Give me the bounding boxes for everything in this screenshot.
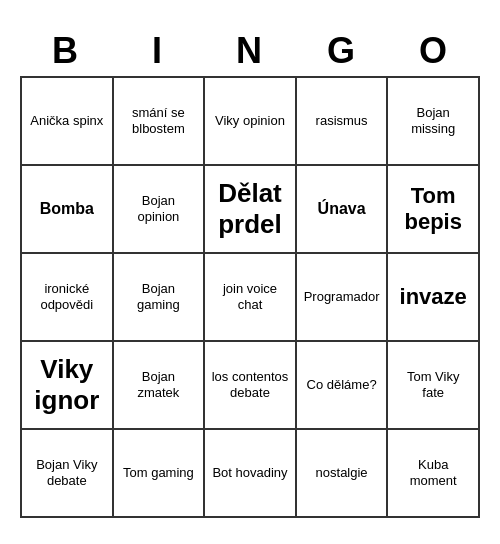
bingo-cell-text-0: Anička spinx xyxy=(30,113,103,129)
bingo-cell-text-1: smání se blbostem xyxy=(120,105,198,136)
bingo-cell-0[interactable]: Anička spinx xyxy=(22,78,114,166)
bingo-cell-text-3: rasismus xyxy=(316,113,368,129)
bingo-cell-7[interactable]: Dělat prdel xyxy=(205,166,297,254)
header-i: I xyxy=(112,26,204,76)
bingo-cell-text-4: Bojan missing xyxy=(394,105,472,136)
bingo-cell-text-23: nostalgie xyxy=(316,465,368,481)
bingo-cell-text-24: Kuba moment xyxy=(394,457,472,488)
bingo-cell-21[interactable]: Tom gaming xyxy=(114,430,206,518)
bingo-cell-text-5: Bomba xyxy=(40,199,94,218)
bingo-cell-text-13: Programador xyxy=(304,289,380,305)
bingo-cell-3[interactable]: rasismus xyxy=(297,78,389,166)
bingo-cell-18[interactable]: Co děláme? xyxy=(297,342,389,430)
bingo-cell-19[interactable]: Tom Viky fate xyxy=(388,342,480,430)
bingo-cell-text-12: join voice chat xyxy=(211,281,289,312)
header-b: B xyxy=(20,26,112,76)
bingo-cell-text-22: Bot hovadiny xyxy=(212,465,287,481)
bingo-grid: Anička spinxsmání se blbostemViky opinio… xyxy=(20,76,480,518)
bingo-cell-text-8: Únava xyxy=(318,199,366,218)
bingo-cell-text-11: Bojan gaming xyxy=(120,281,198,312)
bingo-cell-text-17: los contentos debate xyxy=(211,369,289,400)
header-o: O xyxy=(388,26,480,76)
bingo-cell-12[interactable]: join voice chat xyxy=(205,254,297,342)
bingo-cell-2[interactable]: Viky opinion xyxy=(205,78,297,166)
bingo-cell-20[interactable]: Bojan Viky debate xyxy=(22,430,114,518)
bingo-cell-17[interactable]: los contentos debate xyxy=(205,342,297,430)
header-g: G xyxy=(296,26,388,76)
bingo-card: B I N G O Anička spinxsmání se blbostemV… xyxy=(20,26,480,518)
bingo-cell-text-10: ironické odpovědi xyxy=(28,281,106,312)
bingo-cell-24[interactable]: Kuba moment xyxy=(388,430,480,518)
bingo-cell-text-7: Dělat prdel xyxy=(211,178,289,240)
bingo-cell-16[interactable]: Bojan zmatek xyxy=(114,342,206,430)
bingo-cell-1[interactable]: smání se blbostem xyxy=(114,78,206,166)
bingo-cell-10[interactable]: ironické odpovědi xyxy=(22,254,114,342)
bingo-cell-5[interactable]: Bomba xyxy=(22,166,114,254)
bingo-cell-23[interactable]: nostalgie xyxy=(297,430,389,518)
bingo-cell-text-19: Tom Viky fate xyxy=(394,369,472,400)
bingo-cell-14[interactable]: invaze xyxy=(388,254,480,342)
bingo-cell-text-2: Viky opinion xyxy=(215,113,285,129)
bingo-cell-text-20: Bojan Viky debate xyxy=(28,457,106,488)
header-n: N xyxy=(204,26,296,76)
bingo-cell-9[interactable]: Tom bepis xyxy=(388,166,480,254)
bingo-cell-15[interactable]: Viky ignor xyxy=(22,342,114,430)
bingo-cell-11[interactable]: Bojan gaming xyxy=(114,254,206,342)
bingo-cell-22[interactable]: Bot hovadiny xyxy=(205,430,297,518)
bingo-cell-4[interactable]: Bojan missing xyxy=(388,78,480,166)
bingo-cell-text-21: Tom gaming xyxy=(123,465,194,481)
bingo-cell-text-15: Viky ignor xyxy=(28,354,106,416)
bingo-cell-13[interactable]: Programador xyxy=(297,254,389,342)
bingo-cell-text-14: invaze xyxy=(400,284,467,310)
bingo-header: B I N G O xyxy=(20,26,480,76)
bingo-cell-text-6: Bojan opinion xyxy=(120,193,198,224)
bingo-cell-text-9: Tom bepis xyxy=(394,183,472,236)
bingo-cell-6[interactable]: Bojan opinion xyxy=(114,166,206,254)
bingo-cell-8[interactable]: Únava xyxy=(297,166,389,254)
bingo-cell-text-16: Bojan zmatek xyxy=(120,369,198,400)
bingo-cell-text-18: Co děláme? xyxy=(307,377,377,393)
